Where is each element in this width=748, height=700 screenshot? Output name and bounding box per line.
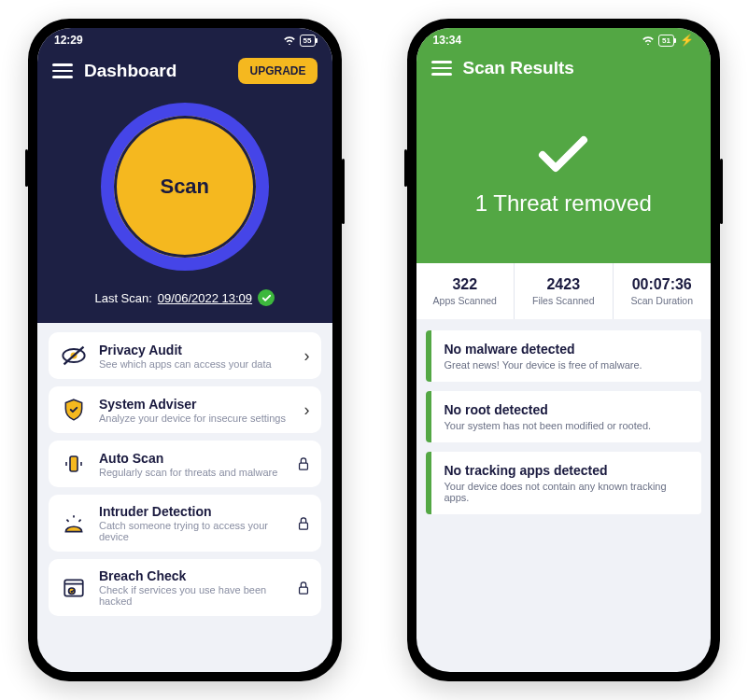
feature-desc: Catch someone trying to access your devi… [99, 520, 286, 542]
chevron-right-icon: › [304, 346, 310, 366]
app-header: Dashboard UPGRADE [37, 52, 332, 93]
last-scan-prefix: Last Scan: [94, 291, 151, 305]
result-item: No root detectedYour system has not been… [426, 391, 702, 442]
status-time: 13:34 [433, 34, 462, 47]
upgrade-button[interactable]: UPGRADE [238, 58, 317, 84]
feature-item[interactable]: Auto ScanRegularly scan for threats and … [49, 441, 321, 487]
battery-indicator: 51 [658, 35, 674, 47]
feature-title: System Adviser [99, 397, 293, 412]
svg-rect-4 [299, 463, 307, 469]
stat-label: Scan Duration [617, 295, 708, 306]
shield-check-icon [60, 396, 88, 424]
feature-title: Intruder Detection [99, 504, 286, 519]
wifi-icon [642, 35, 655, 45]
stat-value: 2423 [518, 276, 609, 293]
status-time: 12:29 [54, 34, 83, 47]
feature-title: Breach Check [99, 568, 286, 583]
last-scan-date: 09/06/2022 13:09 [158, 291, 252, 305]
feature-desc: Analyze your device for insecure setting… [99, 413, 293, 424]
checkmark-icon [537, 134, 589, 179]
stat-item: 2423Files Scanned [515, 263, 614, 319]
scan-label: Scan [160, 175, 209, 199]
hero-text: 1 Threat removed [416, 190, 712, 217]
feature-desc: Regularly scan for threats and malware [99, 467, 286, 478]
feature-list: Privacy AuditSee which apps can access y… [37, 323, 332, 625]
result-desc: Great news! Your device is free of malwa… [445, 359, 689, 371]
stat-item: 00:07:36Scan Duration [614, 263, 712, 319]
browser-check-icon [60, 574, 88, 602]
lock-icon [297, 581, 310, 595]
result-title: No malware detected [445, 342, 689, 357]
stat-label: Apps Scanned [420, 295, 511, 306]
lock-icon [297, 456, 310, 471]
hamburger-icon[interactable] [431, 61, 452, 76]
svg-rect-5 [299, 523, 307, 529]
status-bar: 12:29 55 [37, 28, 332, 52]
check-icon [258, 289, 275, 306]
hamburger-icon[interactable] [52, 63, 73, 78]
feature-item[interactable]: System AdviserAnalyze your device for in… [49, 386, 321, 433]
result-desc: Your system has not been modified or roo… [445, 420, 689, 431]
phone-scan-icon [60, 450, 88, 478]
eye-crossed-icon [60, 342, 88, 370]
result-item: No malware detectedGreat news! Your devi… [426, 330, 702, 382]
chevron-right-icon: › [304, 400, 310, 420]
battery-indicator: 55 [300, 35, 316, 47]
feature-item[interactable]: Intruder DetectionCatch someone trying t… [49, 495, 321, 552]
scan-button[interactable]: Scan [101, 103, 269, 271]
feature-title: Privacy Audit [99, 343, 293, 357]
page-title: Scan Results [463, 58, 697, 78]
lock-icon [297, 516, 310, 531]
result-title: No root detected [445, 402, 689, 417]
stat-label: Files Scanned [518, 295, 609, 306]
phone-results: 13:34 51 ⚡ Scan Results 1 Threat removed [407, 19, 721, 681]
phone-dashboard: 12:29 55 Dashboard UPGRADE Scan Last Sca… [28, 19, 342, 681]
result-item: No tracking apps detectedYour device doe… [426, 452, 702, 514]
wifi-icon [283, 35, 296, 45]
stat-value: 00:07:36 [617, 276, 708, 293]
stats-row: 322Apps Scanned2423Files Scanned00:07:36… [416, 263, 712, 319]
status-bar: 13:34 51 ⚡ [416, 28, 712, 52]
charging-icon: ⚡ [680, 34, 694, 47]
result-desc: Your device does not contain any known t… [445, 481, 689, 503]
results-list: No malware detectedGreat news! Your devi… [416, 319, 712, 525]
feature-title: Auto Scan [99, 451, 286, 466]
stat-value: 322 [420, 276, 511, 293]
alarm-icon [60, 510, 88, 538]
results-hero: 1 Threat removed [416, 88, 712, 235]
svg-point-7 [69, 588, 76, 595]
svg-rect-3 [70, 456, 78, 471]
feature-item[interactable]: Privacy AuditSee which apps can access y… [49, 332, 321, 379]
stat-item: 322Apps Scanned [416, 263, 515, 319]
last-scan-info: Last Scan: 09/06/2022 13:09 [37, 289, 332, 306]
result-title: No tracking apps detected [445, 463, 689, 478]
svg-rect-8 [299, 587, 307, 594]
app-header: Scan Results [416, 52, 712, 88]
page-title: Dashboard [84, 61, 227, 81]
feature-desc: Check if services you use have been hack… [99, 584, 286, 607]
feature-item[interactable]: Breach CheckCheck if services you use ha… [49, 559, 321, 616]
feature-desc: See which apps can access your data [99, 358, 293, 370]
